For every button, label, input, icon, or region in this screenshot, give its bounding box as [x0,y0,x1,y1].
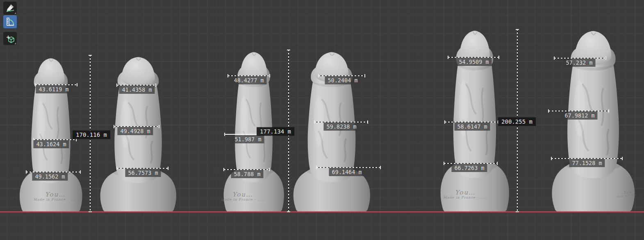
width-ruler-label[interactable]: 57.232 m [563,59,595,67]
width-ruler-label[interactable]: 59.8238 m [323,122,359,131]
tool-flyout-indicator [14,12,16,14]
width-ruler-label[interactable]: 49.4928 m [117,127,153,135]
model-6-object[interactable] [548,29,639,213]
height-ruler-label[interactable]: 170.116 m [73,131,110,139]
annotate-pencil-icon [5,3,15,13]
width-ruler-label[interactable]: 58.6147 m [454,122,490,131]
width-ruler-label[interactable]: 54.9509 m [456,58,492,66]
width-ruler-label[interactable]: 56.7573 m [125,169,161,177]
width-ruler-label[interactable]: 66.7263 m [451,164,487,172]
width-ruler-label[interactable]: 41.4358 m [119,86,155,94]
x-axis-ground-line [0,211,644,213]
width-ruler-label[interactable]: 51.987 m [232,135,264,143]
height-ruler-label[interactable]: 177.134 m [257,127,294,136]
width-ruler-label[interactable]: 69.1464 m [329,168,364,176]
model-4-object[interactable] [289,50,374,213]
width-ruler-label[interactable]: 58.788 m [231,170,263,178]
3d-viewport[interactable]: You… Made in France - …… You… Made in Fr… [0,0,644,240]
add-cube-icon [5,34,15,43]
width-ruler-label[interactable]: 43.1624 m [33,140,69,148]
width-ruler-label[interactable]: 43.6119 m [36,85,71,93]
height-ruler-label[interactable]: 200.255 m [498,118,536,126]
width-ruler-label[interactable]: 77.1528 m [569,159,605,167]
measure-tool-button[interactable] [3,15,17,28]
width-ruler-label[interactable]: 49.1562 m [32,172,68,181]
width-ruler-label[interactable]: 50.2404 m [325,76,360,84]
annotate-tool-button[interactable] [3,2,17,15]
add-cube-tool-button[interactable] [3,32,17,45]
width-ruler-label[interactable]: 67.9812 m [562,111,597,120]
width-ruler-label[interactable]: 48.4277 m [231,76,266,84]
tool-flyout-indicator [14,43,16,44]
measure-ruler-icon [5,17,15,27]
